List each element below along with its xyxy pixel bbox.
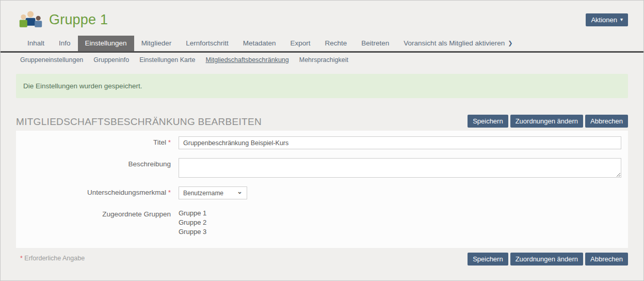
subtab-mehrsprachigkeit[interactable]: Mehrsprachigkeit xyxy=(294,56,353,64)
chevron-down-icon: ⌄ xyxy=(237,188,243,195)
description-label: Beschreibung xyxy=(16,158,179,168)
sub-tabbar: Gruppeneinstellungen Gruppeninfo Einstel… xyxy=(1,53,643,67)
subtab-mitgliedschaftsbeschraenkung[interactable]: Mitgliedschaftsbeschränkung xyxy=(201,56,294,64)
distinction-selected-value: Benutzername xyxy=(183,190,223,197)
page-title: Gruppe 1 xyxy=(49,12,108,28)
form-row-assigned-groups: Zugeordnete Gruppen Gruppe 1 Gruppe 2 Gr… xyxy=(16,208,621,237)
save-button[interactable]: Speichern xyxy=(468,253,508,266)
main-tabbar: Inhalt Info Einstellungen Mitglieder Ler… xyxy=(1,36,643,51)
tab-einstellungen[interactable]: Einstellungen xyxy=(78,36,134,51)
cancel-button[interactable]: Abbrechen xyxy=(585,115,628,128)
tab-metadaten[interactable]: Metadaten xyxy=(236,36,283,51)
assigned-group-item: Gruppe 2 xyxy=(179,218,621,227)
title-label: Titel * xyxy=(16,136,179,146)
title-input[interactable] xyxy=(179,136,621,149)
tab-mitglieder[interactable]: Mitglieder xyxy=(134,36,179,51)
subtab-einstellungen-karte[interactable]: Einstellungen Karte xyxy=(134,56,200,64)
subtab-gruppeneinstellungen[interactable]: Gruppeneinstellungen xyxy=(20,56,88,64)
save-button[interactable]: Speichern xyxy=(468,115,508,128)
actions-button[interactable]: Aktionen ▾ xyxy=(586,13,628,26)
assigned-groups-label: Zugeordnete Gruppen xyxy=(16,208,179,218)
assigned-group-item: Gruppe 3 xyxy=(179,227,621,237)
preview-link-label: Voransicht als Mitglied aktivieren xyxy=(404,39,505,47)
actions-button-label: Aktionen xyxy=(591,16,617,24)
tab-lernfortschritt[interactable]: Lernfortschritt xyxy=(179,36,236,51)
required-hint: * Erforderliche Angabe xyxy=(16,253,85,262)
tab-preview-as-member[interactable]: Voransicht als Mitglied aktivieren ❯ xyxy=(396,36,520,51)
section-header-row: MITGLIEDSCHAFTSBESCHRÄNKUNG BEARBEITEN S… xyxy=(16,115,628,128)
description-textarea[interactable] xyxy=(179,158,621,178)
required-asterisk: * xyxy=(168,138,171,146)
change-assignments-button[interactable]: Zuordnungen ändern xyxy=(510,253,583,266)
section-title: MITGLIEDSCHAFTSBESCHRÄNKUNG BEARBEITEN xyxy=(16,116,262,128)
subtab-gruppeninfo[interactable]: Gruppeninfo xyxy=(88,56,134,64)
page-header: Gruppe 1 Aktionen ▾ xyxy=(1,1,643,36)
chevron-right-icon: ❯ xyxy=(508,40,512,46)
membership-restriction-form: Titel * Beschreibung Unterscheidungsmerk… xyxy=(16,131,628,248)
tab-export[interactable]: Export xyxy=(283,36,317,51)
form-row-description: Beschreibung xyxy=(16,158,621,178)
group-members-icon xyxy=(19,11,43,28)
tab-beitreten[interactable]: Beitreten xyxy=(354,36,396,51)
success-message: Die Einstellungen wurden gespeichert. xyxy=(16,74,628,98)
title-control xyxy=(179,136,621,149)
distinction-label: Unterscheidungsmerkmal * xyxy=(16,186,179,196)
ilias-group-settings-page: Gruppe 1 Aktionen ▾ Inhalt Info Einstell… xyxy=(0,0,644,281)
tab-info[interactable]: Info xyxy=(52,36,78,51)
required-asterisk: * xyxy=(168,189,171,196)
tab-rechte[interactable]: Rechte xyxy=(318,36,355,51)
distinction-control: Benutzername ⌄ xyxy=(179,186,621,199)
cancel-button[interactable]: Abbrechen xyxy=(585,253,628,266)
bottom-toolbar: Speichern Zuordnungen ändern Abbrechen xyxy=(468,253,628,266)
caret-down-icon: ▾ xyxy=(620,17,623,22)
required-asterisk: * xyxy=(20,255,23,262)
form-footer: * Erforderliche Angabe Speichern Zuordnu… xyxy=(16,248,628,266)
assigned-group-item: Gruppe 1 xyxy=(179,209,621,218)
top-toolbar: Speichern Zuordnungen ändern Abbrechen xyxy=(468,115,628,128)
assigned-groups-list: Gruppe 1 Gruppe 2 Gruppe 3 xyxy=(179,208,621,237)
form-row-title: Titel * xyxy=(16,136,621,149)
description-control xyxy=(179,158,621,178)
distinction-select[interactable]: Benutzername ⌄ xyxy=(179,186,247,199)
tab-inhalt[interactable]: Inhalt xyxy=(20,36,52,51)
change-assignments-button[interactable]: Zuordnungen ändern xyxy=(510,115,583,128)
form-row-distinction: Unterscheidungsmerkmal * Benutzername ⌄ xyxy=(16,186,621,199)
